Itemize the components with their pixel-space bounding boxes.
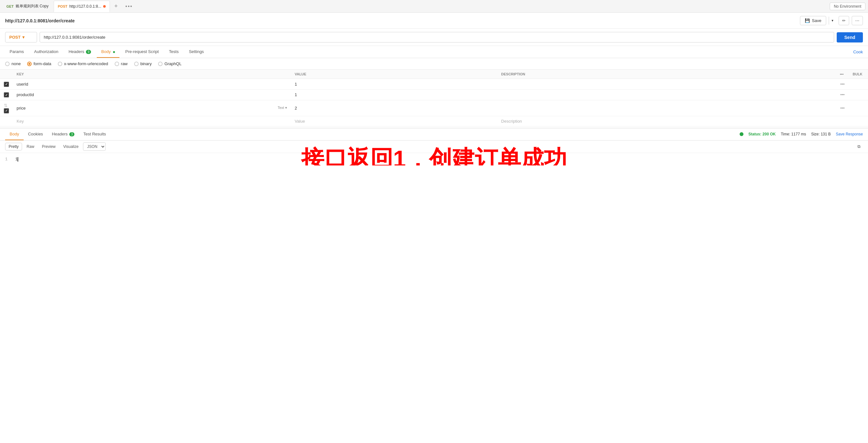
body-type-row: none form-data x-www-form-urlencoded raw…	[0, 58, 868, 70]
radio-binary[interactable]: binary	[134, 61, 152, 66]
row2-more[interactable]: •••	[836, 89, 849, 100]
table-row: productId 1 •••	[0, 89, 868, 100]
tab-get-label: 账单规则列表 Copy	[16, 3, 49, 9]
radio-none-label: none	[11, 61, 21, 66]
row1-bulk	[849, 79, 868, 90]
env-selector[interactable]: No Environment	[830, 3, 865, 10]
col-description-header: DESCRIPTION	[497, 70, 836, 79]
cursor	[18, 157, 18, 162]
send-button[interactable]: Send	[837, 32, 863, 42]
resp-tab-test-results[interactable]: Test Results	[79, 128, 111, 140]
drag-handle-icon: ⇅	[4, 103, 8, 108]
radio-form-data-circle	[27, 62, 32, 66]
fmt-raw-button[interactable]: Raw	[23, 143, 37, 150]
row2-bulk	[849, 89, 868, 100]
row2-checkbox[interactable]	[4, 92, 9, 97]
placeholder-key[interactable]: Key	[13, 116, 291, 126]
radio-urlencoded[interactable]: x-www-form-urlencoded	[58, 61, 108, 66]
text-type-selector[interactable]: Text ▾	[278, 106, 287, 110]
tab-post[interactable]: POST http://127.0.0.1:8...	[54, 1, 110, 12]
table-row: userId 1 •••	[0, 79, 868, 90]
size-text: Size: 131 B	[811, 132, 831, 136]
response-status-bar: Status: 200 OK Time: 1177 ms Size: 131 B…	[740, 132, 863, 136]
row3-value[interactable]: 2	[291, 100, 498, 116]
row2-value[interactable]: 1	[291, 89, 498, 100]
table-row: ⇅ price Text ▾ 2 •••	[0, 100, 868, 116]
save-button[interactable]: 💾 Save	[800, 16, 826, 25]
resp-tab-headers[interactable]: Headers 3	[48, 128, 79, 140]
tab-post-dot	[103, 5, 106, 8]
tab-post-label: http://127.0.0.1:8...	[69, 4, 101, 9]
placeholder-checkbox-cell	[0, 116, 13, 126]
save-icon: 💾	[805, 18, 810, 23]
save-response-button[interactable]: Save Response	[836, 132, 863, 136]
resp-tab-cookies[interactable]: Cookies	[24, 128, 48, 140]
tab-settings[interactable]: Settings	[184, 46, 208, 58]
headers-badge: 9	[86, 50, 91, 54]
tab-headers[interactable]: Headers 9	[64, 46, 95, 58]
fmt-visualize-button[interactable]: Visualize	[60, 143, 82, 150]
method-dropdown-arrow: ▾	[22, 35, 25, 40]
url-actions: 💾 Save ▾ ✏ ⋯	[800, 16, 863, 25]
save-dropdown-arrow[interactable]: ▾	[829, 17, 836, 25]
radio-binary-label: binary	[141, 61, 152, 66]
request-tabs-nav: Params Authorization Headers 9 Body Pre-…	[0, 46, 868, 58]
row1-key[interactable]: userId	[13, 79, 291, 90]
row1-checkbox[interactable]	[4, 82, 9, 87]
tab-params[interactable]: Params	[5, 46, 28, 58]
placeholder-value[interactable]: Value	[291, 116, 498, 126]
radio-raw[interactable]: raw	[115, 61, 128, 66]
tab-more-button[interactable]: •••	[122, 2, 136, 11]
radio-binary-circle	[134, 62, 138, 66]
more-options-button[interactable]: ⋯	[852, 16, 863, 25]
row2-key[interactable]: productId	[13, 89, 291, 100]
row3-bulk	[849, 100, 868, 116]
time-text: Time: 1177 ms	[781, 132, 806, 136]
edit-button[interactable]: ✏	[839, 16, 849, 25]
status-indicator	[740, 132, 743, 136]
format-select[interactable]: JSON	[83, 143, 106, 151]
tab-tests[interactable]: Tests	[164, 46, 183, 58]
radio-graphql-circle	[158, 62, 162, 66]
radio-form-data[interactable]: form-data	[27, 61, 52, 66]
tab-pre-request[interactable]: Pre-request Script	[121, 46, 163, 58]
row3-checkbox[interactable]	[4, 108, 9, 114]
status-text: Status: 200 OK	[749, 132, 776, 136]
cookies-link[interactable]: Cook	[853, 46, 863, 58]
resp-tab-body[interactable]: Body	[5, 128, 24, 140]
radio-none[interactable]: none	[5, 61, 21, 66]
fmt-preview-button[interactable]: Preview	[39, 143, 59, 150]
tab-get-method: GET	[6, 4, 14, 8]
col-more-header: •••	[836, 70, 849, 79]
row1-value[interactable]: 1	[291, 79, 498, 90]
col-checkbox-header	[0, 70, 13, 79]
radio-raw-circle	[115, 62, 119, 66]
row1-more[interactable]: •••	[836, 79, 849, 90]
tab-authorization[interactable]: Authorization	[30, 46, 63, 58]
row1-checkbox-cell	[0, 79, 13, 90]
radio-graphql[interactable]: GraphQL	[158, 61, 181, 66]
copy-button[interactable]: ⧉	[855, 143, 863, 151]
table-row-placeholder: Key Value Description	[0, 116, 868, 126]
radio-form-data-label: form-data	[34, 61, 52, 66]
placeholder-bulk	[849, 116, 868, 126]
response-tabs-bar: Body Cookies Headers 3 Test Results Stat…	[0, 128, 868, 140]
radio-urlencoded-label: x-www-form-urlencoded	[64, 61, 108, 66]
fmt-pretty-button[interactable]: Pretty	[5, 143, 22, 151]
method-select[interactable]: POST ▾	[5, 32, 37, 42]
request-section: POST ▾ Send	[0, 29, 868, 46]
row3-more[interactable]: •••	[836, 100, 849, 116]
tab-get[interactable]: GET 账单规则列表 Copy	[3, 1, 52, 12]
response-body: 1 1	[0, 153, 868, 165]
row3-key[interactable]: price Text ▾	[13, 100, 291, 116]
tab-plus-button[interactable]: +	[111, 1, 121, 11]
col-value-header: VALUE	[291, 70, 498, 79]
row3-checkbox-cell: ⇅	[0, 100, 13, 116]
col-key-header: KEY	[13, 70, 291, 79]
line-number-1: 1	[5, 157, 8, 162]
body-dot	[113, 51, 115, 53]
tab-body[interactable]: Body	[97, 46, 119, 58]
save-label: Save	[812, 18, 822, 23]
placeholder-desc[interactable]: Description	[497, 116, 836, 126]
url-input[interactable]	[40, 32, 834, 42]
